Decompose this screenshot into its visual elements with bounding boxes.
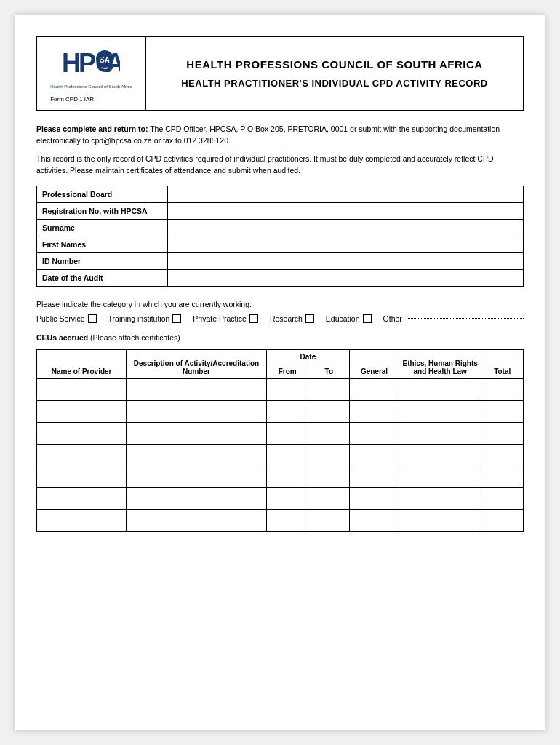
info-value-3[interactable] — [168, 236, 524, 252]
cpd-name-4[interactable] — [37, 466, 127, 487]
cpd-general-5[interactable] — [350, 487, 399, 509]
cpd-ethics-3[interactable] — [399, 444, 481, 466]
ceus-label: CEUs accrued (Please attach certificates… — [36, 333, 524, 342]
private-practice-label: Private Practice — [193, 314, 247, 323]
info-value-1[interactable] — [168, 202, 524, 219]
category-option-public: Public Service — [36, 314, 97, 323]
form-label: Form CPD 1 IAR — [50, 96, 94, 103]
cpd-name-6[interactable] — [37, 509, 127, 531]
education-checkbox[interactable] — [363, 314, 372, 323]
info-label-5: Date of the Audit — [37, 269, 168, 286]
info-value-0[interactable] — [168, 186, 524, 202]
cpd-total-1[interactable] — [481, 400, 524, 422]
info-label-4: ID Number — [37, 252, 168, 269]
info-value-4[interactable] — [168, 252, 524, 269]
public-service-label: Public Service — [36, 314, 85, 323]
cpd-desc-2[interactable] — [127, 422, 267, 444]
category-label: Please indicate the category in which yo… — [36, 300, 524, 308]
cpd-from-0[interactable] — [266, 378, 308, 400]
cpd-to-6[interactable] — [308, 509, 350, 531]
training-label: Training institution — [108, 314, 170, 323]
cpd-ethics-0[interactable] — [399, 378, 481, 400]
cpd-ethics-5[interactable] — [399, 487, 481, 509]
cpd-general-2[interactable] — [350, 422, 399, 444]
svg-text:A: A — [105, 48, 120, 78]
cpd-total-5[interactable] — [481, 487, 524, 509]
logo-subtitle: Health Professions Council of South Afri… — [50, 84, 132, 90]
header-box: H P SA C A Health Professions Council of… — [36, 36, 524, 111]
info-value-5[interactable] — [168, 269, 524, 286]
cpd-to-4[interactable] — [308, 466, 350, 487]
cpd-total-4[interactable] — [481, 466, 524, 487]
ceus-normal: (Please attach certificates) — [88, 333, 180, 342]
cpd-from-1[interactable] — [266, 400, 308, 422]
cpd-from-2[interactable] — [266, 422, 308, 444]
cpd-total-3[interactable] — [481, 444, 524, 466]
info-label-3: First Names — [37, 236, 168, 252]
category-option-training: Training institution — [108, 314, 182, 323]
info-table-row: Registration No. with HPCSA — [37, 202, 524, 219]
cpd-total-6[interactable] — [481, 509, 524, 531]
cpd-ethics-6[interactable] — [399, 509, 481, 531]
cpd-total-2[interactable] — [481, 422, 524, 444]
cpd-desc-3[interactable] — [127, 444, 267, 466]
cpd-from-3[interactable] — [266, 444, 308, 466]
cpd-from-4[interactable] — [266, 466, 308, 487]
logo-wrap: H P SA C A Health Professions Council of… — [50, 44, 132, 103]
logo-section: H P SA C A Health Professions Council of… — [37, 37, 146, 110]
cpd-desc-5[interactable] — [127, 487, 267, 509]
cpd-desc-4[interactable] — [127, 466, 267, 487]
cpd-name-2[interactable] — [37, 422, 127, 444]
col-header-general: General — [350, 349, 399, 378]
cpd-name-5[interactable] — [37, 487, 127, 509]
category-options: Public Service Training institution Priv… — [36, 314, 524, 323]
training-checkbox[interactable] — [172, 314, 181, 323]
hpcsa-logo-icon: H P SA C A — [62, 44, 120, 84]
category-section: Please indicate the category in which yo… — [36, 300, 524, 323]
main-title: HEALTH PROFESSIONS COUNCIL OF SOUTH AFRI… — [186, 58, 482, 71]
cpd-table-row — [37, 400, 524, 422]
col-header-date: Date — [266, 349, 349, 364]
info-value-2[interactable] — [168, 219, 524, 236]
category-option-private: Private Practice — [193, 314, 258, 323]
info-label-2: Surname — [37, 219, 168, 236]
private-practice-checkbox[interactable] — [249, 314, 258, 323]
public-service-checkbox[interactable] — [88, 314, 97, 323]
cpd-total-0[interactable] — [481, 378, 524, 400]
cpd-to-0[interactable] — [308, 378, 350, 400]
cpd-to-5[interactable] — [308, 487, 350, 509]
info-table-row: First Names — [37, 236, 524, 252]
cpd-to-1[interactable] — [308, 400, 350, 422]
cpd-ethics-2[interactable] — [399, 422, 481, 444]
cpd-table-header-row-1: Name of Provider Description of Activity… — [37, 349, 524, 364]
cpd-general-4[interactable] — [350, 466, 399, 487]
instruction-bold-label: Please complete and return to: — [36, 124, 148, 133]
cpd-desc-0[interactable] — [127, 378, 267, 400]
cpd-name-0[interactable] — [37, 378, 127, 400]
research-checkbox[interactable] — [305, 314, 314, 323]
cpd-general-6[interactable] — [350, 509, 399, 531]
instruction-paragraph-1: Please complete and return to: The CPD O… — [36, 124, 524, 147]
cpd-desc-1[interactable] — [127, 400, 267, 422]
cpd-general-0[interactable] — [350, 378, 399, 400]
info-table-row: Professional Board — [37, 186, 524, 202]
cpd-from-5[interactable] — [266, 487, 308, 509]
info-label-0: Professional Board — [37, 186, 168, 202]
cpd-name-3[interactable] — [37, 444, 127, 466]
col-header-ethics: Ethics, Human Rights and Health Law — [399, 349, 481, 378]
other-label: Other — [383, 314, 402, 323]
cpd-ethics-1[interactable] — [399, 400, 481, 422]
category-option-education: Education — [326, 314, 372, 323]
cpd-desc-6[interactable] — [127, 509, 267, 531]
cpd-table-row — [37, 422, 524, 444]
instruction-paragraph-2: This record is the only record of CPD ac… — [36, 154, 524, 177]
cpd-ethics-4[interactable] — [399, 466, 481, 487]
cpd-table-row — [37, 444, 524, 466]
cpd-to-3[interactable] — [308, 444, 350, 466]
cpd-general-1[interactable] — [350, 400, 399, 422]
cpd-general-3[interactable] — [350, 444, 399, 466]
cpd-to-2[interactable] — [308, 422, 350, 444]
cpd-from-6[interactable] — [266, 509, 308, 531]
cpd-name-1[interactable] — [37, 400, 127, 422]
col-header-to: To — [308, 364, 350, 378]
